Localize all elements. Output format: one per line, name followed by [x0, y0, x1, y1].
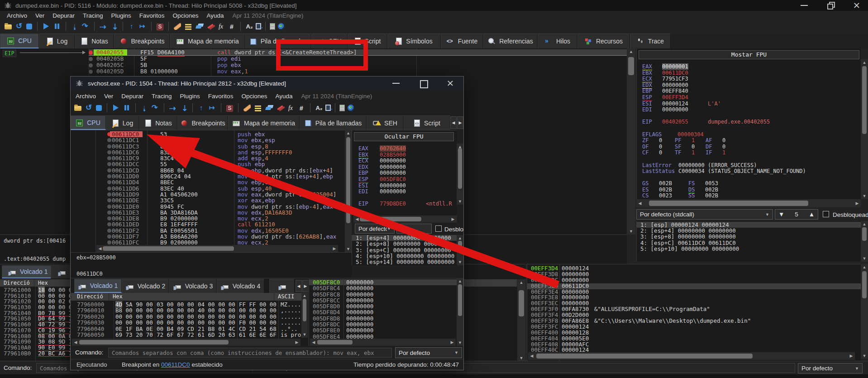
toolbar-button[interactable] — [165, 22, 172, 32]
argument-row[interactable]: 3: [esp+C] 00000000 00000000 — [352, 247, 457, 253]
register-row-eax[interactable]: EAX00762640 — [352, 145, 457, 152]
stack-row[interactable]: 005DF8C800000000 — [309, 292, 457, 297]
view-tab[interactable]: Notas — [139, 115, 177, 130]
toolbar-button[interactable] — [194, 23, 205, 31]
toolbar-button[interactable] — [3, 23, 14, 31]
stack-row[interactable]: 005DF8CC00000000 — [309, 297, 457, 303]
scroll-down-icon[interactable]: ▼ — [861, 193, 868, 199]
menu-item[interactable]: Favoritos — [135, 11, 169, 20]
toolbar-button[interactable] — [24, 23, 34, 31]
breakpoint-dot[interactable] — [107, 138, 111, 142]
breakpoint-dot[interactable] — [107, 222, 111, 226]
toolbar-button[interactable] — [224, 105, 235, 112]
main-args-vscrollbar[interactable]: ▲ ▼ — [861, 221, 868, 262]
main-registers-hscrollbar[interactable]: ◀ ▶ — [636, 199, 861, 207]
breakpoint-dot[interactable] — [89, 51, 93, 55]
breakpoint-dot[interactable] — [107, 187, 111, 191]
scroll-left-icon[interactable]: ◀ — [311, 340, 316, 345]
scroll-left-icon[interactable]: ◀ — [637, 201, 643, 206]
scrollbar-thumb[interactable] — [519, 290, 524, 316]
toolbar-button[interactable] — [94, 104, 104, 112]
toolbar-button[interactable] — [269, 23, 276, 31]
scroll-down-icon[interactable]: ▼ — [457, 340, 463, 345]
child-arguments-panel[interactable]: 1: [esp+4] 00000000 000000002: [esp+8] 0… — [352, 235, 457, 265]
register-row-edx[interactable]: EDX00000000 — [352, 164, 457, 170]
register-row-last_error[interactable]: LastError00000000 (ERROR_SUCCESS) — [637, 162, 861, 168]
view-tab[interactable]: Hilos — [538, 33, 577, 48]
menu-item[interactable]: Favoritos — [204, 92, 238, 100]
scroll-up-icon[interactable]: ▲ — [517, 280, 525, 285]
toolbar-button[interactable] — [307, 103, 314, 114]
toolbar-button[interactable] — [167, 104, 178, 113]
minimize-button[interactable] — [799, 1, 809, 10]
stack-row[interactable]: 005DF8C000000000 — [309, 279, 457, 285]
toolbar-button[interactable] — [346, 104, 356, 113]
register-row-edi[interactable]: EDI00000000 — [352, 188, 457, 195]
toolbar-button[interactable] — [126, 23, 137, 31]
breakpoint-dot[interactable] — [89, 57, 93, 61]
stack-row[interactable]: 005DF8DC00000000 — [309, 321, 457, 327]
toolbar-button[interactable] — [255, 23, 262, 31]
register-row-eflags[interactable]: EFLAGS00000304 — [637, 131, 861, 138]
child-disasm-hscrollbar[interactable]: ◀▶ — [96, 245, 338, 252]
toolbar-button[interactable] — [150, 104, 161, 113]
register-row-esp[interactable]: ESP00EFF3D4 — [637, 94, 861, 100]
flag-bits-row[interactable]: ZF0PF1AF0 — [637, 137, 861, 144]
dump-tab[interactable]: Volcado 1 — [74, 279, 122, 293]
main-stack-hscrollbar[interactable]: ◀ ▶ — [528, 352, 855, 360]
argument-row[interactable]: 2: [esp+8] 00000000 00000000 — [352, 241, 457, 247]
register-row-eax[interactable]: EAX00000001 — [637, 63, 861, 70]
child-argument-count-spinner[interactable]: ▼▲ — [396, 224, 432, 234]
breakpoint-dot[interactable] — [107, 174, 111, 178]
tab-scroll-right-button[interactable]: ▶ — [457, 116, 463, 129]
main-registers-vscrollbar[interactable]: ▲ ▼ — [861, 59, 868, 199]
view-tab[interactable]: Log — [106, 115, 139, 130]
view-tab[interactable]: SEH — [311, 33, 348, 48]
toolbar-button[interactable] — [226, 23, 237, 30]
toolbar-button[interactable] — [253, 104, 263, 113]
dump-tab[interactable]: Volcado 3 — [169, 279, 217, 293]
breakpoint-dot[interactable] — [107, 234, 111, 239]
scrollbar-thumb[interactable] — [862, 66, 867, 134]
toolbar-button[interactable] — [72, 104, 83, 112]
segment-registers-row[interactable]: ES002BDS002B — [637, 187, 861, 193]
view-tab[interactable]: SEH — [367, 115, 404, 130]
breakpoint-dot[interactable] — [107, 211, 111, 215]
argument-row[interactable]: 5: [esp+10] 00000000 00000000 — [637, 246, 861, 252]
child-dump-hscrollbar[interactable]: ◀▶ — [72, 339, 300, 346]
stack-row[interactable]: 005DF8D800000000 — [309, 316, 457, 321]
toolbar-button[interactable] — [109, 23, 119, 31]
maximize-button[interactable] — [825, 1, 835, 10]
register-row-eip[interactable]: EIP00402055dumped.exe.00402055 — [637, 119, 861, 125]
scroll-left-icon[interactable]: ◀ — [354, 216, 360, 222]
toolbar-button[interactable] — [119, 22, 126, 32]
hide-fpu-button[interactable]: Ocultar FPU — [354, 132, 454, 141]
menu-item[interactable]: Depurar — [48, 11, 79, 20]
argument-count-spinner[interactable]: ▼5▲ — [775, 209, 818, 220]
breakpoint-dot[interactable] — [107, 150, 111, 154]
toolbar-button[interactable] — [242, 104, 253, 113]
scroll-down-icon[interactable]: ▼ — [627, 229, 635, 234]
breakpoint-dot[interactable] — [107, 168, 111, 172]
child-disassembly-panel[interactable]: 00611DC053push ebx00611DC18BDCmov ebx,es… — [71, 130, 345, 252]
scroll-up-icon[interactable]: ▲ — [301, 293, 308, 298]
view-tab[interactable]: Fuente — [441, 33, 483, 48]
register-row-edi[interactable]: EDI00000000 — [637, 106, 861, 113]
register-row-esi[interactable]: ESI00000124L'A' — [637, 100, 861, 107]
toolbar-button[interactable] — [183, 23, 194, 31]
scroll-left-icon[interactable]: ◀ — [73, 340, 78, 345]
child-registers-hscrollbar[interactable]: ◀▶ — [353, 215, 457, 223]
child-dump-panel[interactable]: Volcado 1Volcado 2Volcado 3Volcado 4 ◀ ▶… — [71, 278, 308, 346]
toolbar-button[interactable] — [205, 23, 215, 31]
toolbar-button[interactable] — [98, 23, 109, 31]
menu-item[interactable]: Ayuda — [202, 11, 228, 20]
toolbar-button[interactable] — [235, 103, 242, 114]
menu-item[interactable]: Plugins — [107, 11, 135, 20]
scroll-up-icon[interactable]: ▲ — [861, 221, 868, 227]
toolbar-button[interactable] — [41, 23, 52, 31]
minimize-button[interactable] — [391, 79, 401, 87]
toolbar-button[interactable] — [276, 23, 286, 31]
view-tab[interactable]: Log — [39, 33, 75, 48]
scrollbar-thumb[interactable] — [628, 57, 634, 75]
scroll-down-icon[interactable]: ▼ — [457, 259, 463, 265]
